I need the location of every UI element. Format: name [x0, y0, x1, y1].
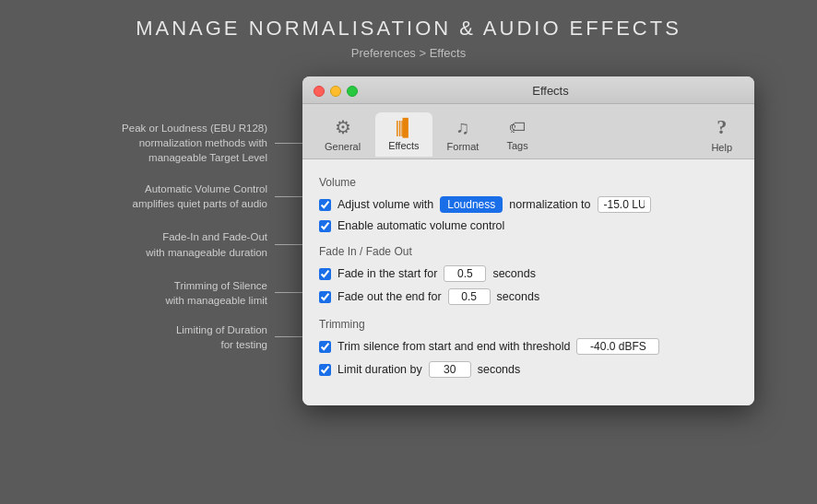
tab-general[interactable]: ⚙ General	[312, 111, 373, 158]
fade-out-row: Fade out the end for seconds	[319, 288, 738, 305]
limit-duration-unit: seconds	[478, 363, 521, 376]
adjust-volume-text: Adjust volume with	[337, 198, 433, 211]
minimize-button[interactable]	[330, 86, 341, 97]
tab-format[interactable]: ♫ Format	[434, 111, 492, 158]
trim-threshold-input[interactable]	[576, 338, 659, 355]
limit-duration-checkbox[interactable]	[319, 364, 331, 376]
dialog-body: Volume Adjust volume with Loudness norma…	[302, 159, 754, 405]
trim-silence-text: Trim silence from start and end with thr…	[337, 340, 570, 353]
fade-out-checkbox[interactable]	[319, 291, 331, 303]
tag-icon: 🏷	[509, 118, 526, 137]
annotation-5: Limiting of Durationfor testing	[63, 322, 302, 352]
main-title: MANAGE NORMALISATION & AUDIO EFFECTS	[0, 0, 817, 46]
trim-silence-checkbox[interactable]	[319, 341, 331, 353]
fade-out-text: Fade out the end for	[337, 290, 442, 303]
limit-duration-row: Limit duration by seconds	[319, 361, 738, 378]
enable-avc-text: Enable automatic volume control	[337, 219, 504, 232]
fade-section-label: Fade In / Fade Out	[319, 245, 738, 258]
adjust-volume-checkbox[interactable]	[319, 199, 331, 211]
tab-effects[interactable]: |||▌ Effects	[375, 112, 432, 157]
breadcrumb: Preferences > Effects	[0, 46, 817, 60]
fade-in-checkbox[interactable]	[319, 268, 331, 280]
traffic-lights	[314, 86, 358, 97]
fade-section: Fade In / Fade Out Fade in the start for…	[319, 245, 738, 305]
annotation-2: Automatic Volume Controlamplifies quiet …	[63, 182, 302, 211]
loudness-badge: Loudness	[440, 196, 503, 213]
annotation-3: Fade-In and Fade-Outwith manageable dura…	[63, 229, 302, 259]
dialog-titlebar: Effects	[302, 76, 754, 104]
limit-duration-text: Limit duration by	[337, 363, 422, 376]
help-icon: ?	[716, 115, 727, 139]
gear-icon: ⚙	[335, 116, 351, 138]
annotation-1: Peak or Loudness (EBU R128)normalization…	[63, 121, 302, 165]
enable-avc-checkbox[interactable]	[319, 220, 331, 232]
effects-dialog: Effects ⚙ General |||▌ Effects ♫ Format …	[302, 76, 754, 405]
annotation-4: Trimming of Silencewith manageable limit	[63, 278, 302, 308]
lufs-input[interactable]	[598, 196, 651, 213]
tab-general-label: General	[325, 141, 361, 152]
fade-in-row: Fade in the start for seconds	[319, 265, 738, 282]
tab-help[interactable]: ? Help	[698, 110, 745, 158]
effects-icon: |||▌	[395, 118, 412, 137]
close-button[interactable]	[314, 86, 325, 97]
fade-in-input[interactable]	[444, 265, 486, 282]
music-icon: ♫	[456, 117, 470, 138]
volume-section: Volume Adjust volume with Loudness norma…	[319, 176, 738, 232]
volume-section-label: Volume	[319, 176, 738, 189]
tab-help-label: Help	[711, 142, 732, 153]
limit-duration-input[interactable]	[429, 361, 471, 378]
annotations-panel: Peak or Loudness (EBU R128)normalization…	[63, 76, 302, 352]
tab-tags-label: Tags	[506, 140, 527, 151]
trimming-section-label: Trimming	[319, 318, 738, 331]
trim-silence-row: Trim silence from start and end with thr…	[319, 338, 738, 355]
tab-tags[interactable]: 🏷 Tags	[493, 112, 540, 157]
fade-in-text: Fade in the start for	[337, 267, 437, 280]
dialog-toolbar: ⚙ General |||▌ Effects ♫ Format 🏷 Tags ?…	[302, 104, 754, 159]
fade-in-unit: seconds	[492, 267, 536, 280]
dialog-title: Effects	[358, 84, 743, 98]
adjust-volume-row: Adjust volume with Loudness normalizatio…	[319, 196, 738, 213]
fade-out-unit: seconds	[497, 290, 540, 303]
tab-format-label: Format	[447, 141, 480, 152]
tab-effects-label: Effects	[388, 140, 419, 151]
normalization-text: normalization to	[509, 198, 590, 211]
maximize-button[interactable]	[347, 86, 358, 97]
fade-out-input[interactable]	[448, 288, 491, 305]
enable-avc-row: Enable automatic volume control	[319, 219, 738, 232]
trimming-section: Trimming Trim silence from start and end…	[319, 318, 738, 378]
